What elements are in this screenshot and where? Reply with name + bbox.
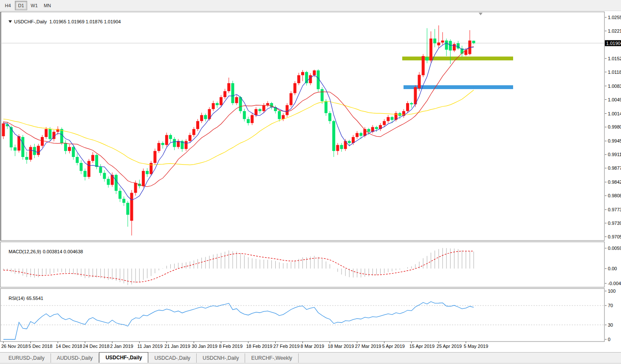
rsi-panel — [0, 288, 604, 342]
date-axis-label: 5 Dec 2018 — [28, 344, 52, 349]
chart-tab-usdcad[interactable]: USDCAD-,Daily — [148, 353, 197, 363]
rsi-label: RSI(14) — [8, 296, 25, 301]
date-axis-label: 27 Feb 2019 — [274, 344, 300, 349]
chart-tab-audusd[interactable]: AUDUSD-,Daily — [51, 353, 99, 363]
mt4-window: H4D1W1MN 1.025501.022101.015201.011801.0… — [0, 0, 621, 364]
date-axis-label: 5 Apr 2019 — [382, 344, 405, 349]
rsi-axis-label: 30 — [608, 322, 613, 328]
price-axis-label: 0.99450 — [608, 138, 621, 143]
date-axis-label: 30 Jan 2019 — [192, 344, 217, 349]
macd-values: 0.003814 0.004638 — [43, 249, 83, 254]
chart-tab-eurusd[interactable]: EURUSD-,Daily — [3, 353, 51, 363]
rsi-axis-label: 0 — [608, 337, 610, 342]
price-axis-label: 1.02210 — [608, 28, 621, 34]
price-axis-label: 1.01180 — [608, 70, 621, 75]
price-axis-label: 1.02550 — [608, 15, 621, 20]
price-axis-label: 0.99110 — [608, 152, 621, 157]
date-axis-label: 24 Dec 2018 — [83, 344, 109, 349]
price-axis-label: 0.98770 — [608, 165, 621, 171]
macd-panel — [0, 242, 604, 287]
price-axis-label: 0.97390 — [608, 221, 621, 226]
date-axis-label: 15 Apr 2019 — [409, 344, 435, 349]
price-axis-label: 0.98420 — [608, 179, 621, 185]
price-axis-label: 1.01520 — [608, 56, 621, 61]
chart-tab-usdchf[interactable]: USDCHF-,Daily — [99, 352, 148, 363]
date-axis-label: 26 Nov 2018 — [1, 344, 28, 349]
macd-label: MACD(12,26,9) — [8, 249, 41, 254]
rsi-axis-label: 100 — [608, 288, 615, 294]
chart-canvas[interactable]: 1.025501.022101.015201.011801.008301.004… — [0, 0, 621, 364]
chart-tab-eurchf[interactable]: EURCHF-,Weekly — [245, 353, 298, 363]
date-axis-label: 27 Mar 2019 — [355, 344, 381, 349]
date-axis-label: 21 Jan 2019 — [164, 344, 190, 349]
price-panel-title: USDCHF-,Daily1.01965 1.01969 1.01876 1.0… — [3, 14, 121, 29]
macd-panel-title: MACD(12,26,9)0.003814 0.004638 — [3, 244, 83, 259]
date-axis-label: 18 Feb 2019 — [246, 344, 272, 349]
price-axis-label: 0.99800 — [608, 124, 621, 129]
date-axis-label: 14 Dec 2018 — [56, 344, 82, 349]
date-axis-label: 5 May 2019 — [464, 344, 488, 349]
date-axis-label: 18 Mar 2019 — [328, 344, 354, 349]
price-panel — [0, 12, 604, 241]
date-axis-label: 2 Jan 2019 — [110, 344, 133, 349]
chart-tab-usdcnh[interactable]: USDCNH-,Daily — [197, 353, 245, 363]
price-axis-label: 1.00140 — [608, 111, 621, 116]
macd-axis-label: 0.00 — [608, 266, 617, 271]
symbol-dropdown-icon[interactable] — [8, 20, 12, 23]
price-axis-label: 1.00490 — [608, 97, 621, 102]
price-axis-label: 0.97050 — [608, 234, 621, 239]
rsi-axis-label: 70 — [608, 303, 613, 308]
date-axis-label: 8 Feb 2019 — [219, 344, 243, 349]
macd-axis-label: -0.004243 — [608, 281, 621, 286]
rsi-panel-title: RSI(14)65.5541 — [3, 291, 43, 306]
price-axis-label: 0.97730 — [608, 207, 621, 212]
chart-tab-bar: EURUSD-,DailyAUDUSD-,DailyUSDCHF-,DailyU… — [0, 352, 621, 363]
price-axis-label: 1.00830 — [608, 84, 621, 89]
current-price-badge-value: 1.01904 — [606, 41, 621, 46]
date-axis-label: 8 Mar 2019 — [301, 344, 325, 349]
price-axis-label: 0.98080 — [608, 193, 621, 198]
rsi-value: 65.5541 — [26, 296, 43, 301]
date-axis-label: 11 Jan 2019 — [137, 344, 163, 349]
chart-symbol-label: USDCHF-,Daily — [14, 19, 47, 24]
macd-axis-label: 0.00597 — [608, 246, 621, 251]
date-axis-label: 25 Apr 2019 — [437, 344, 462, 349]
chart-ohlc-values: 1.01965 1.01969 1.01876 1.01904 — [49, 19, 121, 24]
